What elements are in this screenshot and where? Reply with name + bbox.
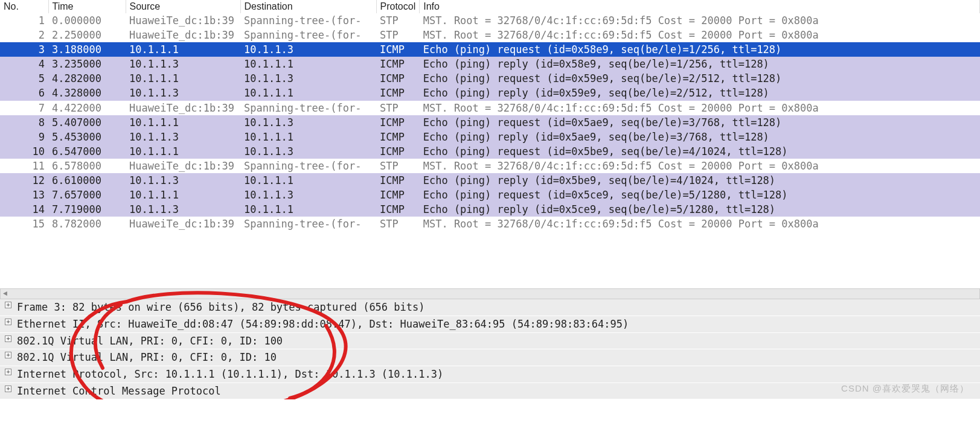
cell-destination: 10.1.1.1 bbox=[240, 202, 376, 217]
cell-time: 3.188000 bbox=[48, 42, 126, 57]
detail-tree-item[interactable]: +Internet Protocol, Src: 10.1.1.1 (10.1.… bbox=[0, 366, 980, 383]
cell-destination: Spanning-tree-(for- bbox=[240, 28, 376, 42]
cell-source: 10.1.1.3 bbox=[126, 130, 240, 144]
column-header-protocol[interactable]: Protocol bbox=[376, 0, 420, 13]
column-header-time[interactable]: Time bbox=[48, 0, 126, 13]
cell-destination: 10.1.1.3 bbox=[240, 144, 376, 159]
cell-time: 6.578000 bbox=[48, 159, 126, 173]
cell-source: HuaweiTe_dc:1b:39 bbox=[126, 217, 240, 231]
cell-info: Echo (ping) request (id=0x59e9, seq(be/l… bbox=[420, 71, 980, 86]
detail-tree-item[interactable]: +802.1Q Virtual LAN, PRI: 0, CFI: 0, ID:… bbox=[0, 349, 980, 366]
cell-no: 1 bbox=[0, 13, 48, 28]
cell-time: 4.282000 bbox=[48, 71, 126, 86]
cell-source: HuaweiTe_dc:1b:39 bbox=[126, 28, 240, 42]
cell-source: 10.1.1.3 bbox=[126, 173, 240, 188]
cell-info: Echo (ping) reply (id=0x59e9, seq(be/le)… bbox=[420, 86, 980, 100]
cell-source: HuaweiTe_dc:1b:39 bbox=[126, 101, 240, 115]
column-header-no[interactable]: No. bbox=[0, 0, 48, 13]
cell-protocol: STP bbox=[376, 217, 420, 231]
expand-icon[interactable]: + bbox=[5, 386, 11, 392]
cell-time: 3.235000 bbox=[48, 57, 126, 71]
cell-destination: 10.1.1.3 bbox=[240, 115, 376, 130]
packet-row[interactable]: 22.250000HuaweiTe_dc:1b:39Spanning-tree-… bbox=[0, 28, 980, 42]
expand-icon[interactable]: + bbox=[5, 369, 11, 375]
watermark-text: CSDN @喜欢爱哭鬼（网络） bbox=[841, 383, 969, 395]
cell-protocol: STP bbox=[376, 28, 420, 42]
cell-protocol: STP bbox=[376, 13, 420, 28]
packet-row[interactable]: 126.61000010.1.1.310.1.1.1ICMPEcho (ping… bbox=[0, 173, 980, 188]
cell-time: 5.407000 bbox=[48, 115, 126, 130]
cell-no: 14 bbox=[0, 202, 48, 217]
expand-icon[interactable]: + bbox=[5, 302, 11, 308]
cell-destination: 10.1.1.3 bbox=[240, 71, 376, 86]
cell-destination: 10.1.1.3 bbox=[240, 42, 376, 57]
scroll-left-icon[interactable]: ◄ bbox=[3, 290, 7, 298]
cell-time: 7.657000 bbox=[48, 188, 126, 202]
cell-time: 7.719000 bbox=[48, 202, 126, 217]
packet-row[interactable]: 85.40700010.1.1.110.1.1.3ICMPEcho (ping)… bbox=[0, 115, 980, 130]
cell-source: 10.1.1.1 bbox=[126, 71, 240, 86]
cell-protocol: ICMP bbox=[376, 86, 420, 100]
cell-info: MST. Root = 32768/0/4c:1f:cc:69:5d:f5 Co… bbox=[420, 13, 980, 28]
expand-icon[interactable]: + bbox=[5, 352, 11, 358]
cell-no: 4 bbox=[0, 57, 48, 71]
packet-row[interactable]: 95.45300010.1.1.310.1.1.1ICMPEcho (ping)… bbox=[0, 130, 980, 144]
packet-details-pane[interactable]: +Frame 3: 82 bytes on wire (656 bits), 8… bbox=[0, 299, 980, 399]
packet-row[interactable]: 74.422000HuaweiTe_dc:1b:39Spanning-tree-… bbox=[0, 101, 980, 115]
cell-protocol: ICMP bbox=[376, 57, 420, 71]
cell-no: 5 bbox=[0, 71, 48, 86]
packet-row[interactable]: 116.578000HuaweiTe_dc:1b:39Spanning-tree… bbox=[0, 159, 980, 173]
cell-source: HuaweiTe_dc:1b:39 bbox=[126, 159, 240, 173]
packet-row[interactable]: 10.000000HuaweiTe_dc:1b:39Spanning-tree-… bbox=[0, 13, 980, 28]
cell-no: 2 bbox=[0, 28, 48, 42]
detail-tree-item[interactable]: +802.1Q Virtual LAN, PRI: 0, CFI: 0, ID:… bbox=[0, 333, 980, 350]
cell-info: MST. Root = 32768/0/4c:1f:cc:69:5d:f5 Co… bbox=[420, 159, 980, 173]
cell-source: 10.1.1.3 bbox=[126, 202, 240, 217]
cell-no: 8 bbox=[0, 115, 48, 130]
cell-source: 10.1.1.1 bbox=[126, 144, 240, 159]
cell-no: 12 bbox=[0, 173, 48, 188]
packet-row[interactable]: 147.71900010.1.1.310.1.1.1ICMPEcho (ping… bbox=[0, 202, 980, 217]
cell-destination: 10.1.1.1 bbox=[240, 57, 376, 71]
detail-text: Frame 3: 82 bytes on wire (656 bits), 82… bbox=[17, 301, 425, 313]
packet-row[interactable]: 106.54700010.1.1.110.1.1.3ICMPEcho (ping… bbox=[0, 144, 980, 159]
cell-time: 2.250000 bbox=[48, 28, 126, 42]
detail-tree-item[interactable]: +Internet Control Message Protocol bbox=[0, 383, 980, 400]
expand-icon[interactable]: + bbox=[5, 335, 11, 342]
cell-protocol: ICMP bbox=[376, 202, 420, 217]
cell-source: 10.1.1.3 bbox=[126, 86, 240, 100]
detail-text: Internet Control Message Protocol bbox=[17, 385, 221, 397]
expand-icon[interactable]: + bbox=[5, 319, 11, 325]
cell-info: Echo (ping) request (id=0x5ae9, seq(be/l… bbox=[420, 115, 980, 130]
cell-info: MST. Root = 32768/0/4c:1f:cc:69:5d:f5 Co… bbox=[420, 28, 980, 42]
packet-row[interactable]: 64.32800010.1.1.310.1.1.1ICMPEcho (ping)… bbox=[0, 86, 980, 100]
packet-row[interactable]: 158.782000HuaweiTe_dc:1b:39Spanning-tree… bbox=[0, 217, 980, 231]
column-header-source[interactable]: Source bbox=[126, 0, 240, 13]
packet-row[interactable]: 137.65700010.1.1.110.1.1.3ICMPEcho (ping… bbox=[0, 188, 980, 202]
cell-no: 11 bbox=[0, 159, 48, 173]
cell-no: 3 bbox=[0, 42, 48, 57]
cell-protocol: ICMP bbox=[376, 71, 420, 86]
cell-no: 13 bbox=[0, 188, 48, 202]
packet-list-header-row[interactable]: No. Time Source Destination Protocol Inf… bbox=[0, 0, 980, 13]
detail-tree-item[interactable]: +Frame 3: 82 bytes on wire (656 bits), 8… bbox=[0, 299, 980, 316]
cell-protocol: STP bbox=[376, 101, 420, 115]
cell-info: Echo (ping) request (id=0x5ce9, seq(be/l… bbox=[420, 188, 980, 202]
cell-destination: Spanning-tree-(for- bbox=[240, 101, 376, 115]
packet-row[interactable]: 54.28200010.1.1.110.1.1.3ICMPEcho (ping)… bbox=[0, 71, 980, 86]
cell-no: 15 bbox=[0, 217, 48, 231]
column-header-destination[interactable]: Destination bbox=[240, 0, 376, 13]
cell-destination: 10.1.1.1 bbox=[240, 173, 376, 188]
column-header-info[interactable]: Info bbox=[420, 0, 980, 13]
cell-time: 4.422000 bbox=[48, 101, 126, 115]
cell-source: HuaweiTe_dc:1b:39 bbox=[126, 13, 240, 28]
cell-info: Echo (ping) request (id=0x58e9, seq(be/l… bbox=[420, 42, 980, 57]
horizontal-scrollbar[interactable]: ◄ bbox=[0, 288, 980, 299]
packet-list-table[interactable]: No. Time Source Destination Protocol Inf… bbox=[0, 0, 980, 231]
cell-time: 5.453000 bbox=[48, 130, 126, 144]
detail-tree-item[interactable]: +Ethernet II, Src: HuaweiTe_dd:08:47 (54… bbox=[0, 316, 980, 333]
cell-info: Echo (ping) reply (id=0x58e9, seq(be/le)… bbox=[420, 57, 980, 71]
cell-source: 10.1.1.1 bbox=[126, 42, 240, 57]
packet-row[interactable]: 33.18800010.1.1.110.1.1.3ICMPEcho (ping)… bbox=[0, 42, 980, 57]
packet-row[interactable]: 43.23500010.1.1.310.1.1.1ICMPEcho (ping)… bbox=[0, 57, 980, 71]
